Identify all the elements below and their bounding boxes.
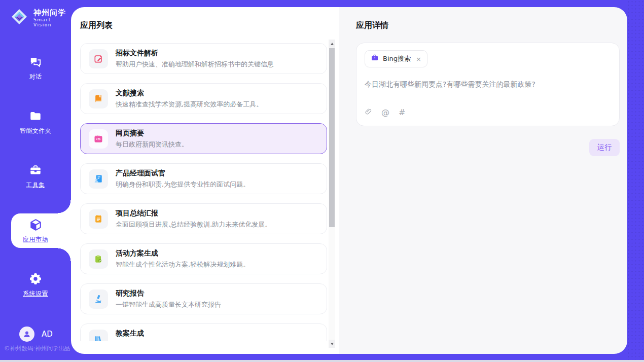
microscope-icon (89, 289, 108, 309)
toolbox-icon (29, 164, 43, 177)
sidebar: 神州问学 Smart Vision 对话 智能文件夹 (0, 0, 71, 360)
hash-icon[interactable]: # (399, 108, 405, 117)
app-name: 教案生成 (116, 329, 238, 338)
app-card-meta: 产品经理面试官 明确身份和职责,为您提供专业性的面试问题。 (116, 169, 249, 189)
app-card-meta: 网页摘要 每日政府新闻资讯快查。 (116, 129, 188, 149)
scroll-up-icon (331, 43, 334, 45)
app-card-bid-parsing[interactable]: 招标文件解析 帮助用户快速、准确地理解和解析招标书中的关键信息 (80, 43, 327, 74)
scroll-up-button[interactable] (329, 40, 335, 48)
bing-search-tag[interactable]: Bing搜索 × (365, 50, 427, 67)
app-name: 活动方案生成 (116, 249, 249, 258)
app-desc: 一键智能生成高质量长文本研究报告 (116, 300, 221, 309)
sidebar-item-label: 应用市场 (23, 235, 48, 244)
book-icon (89, 89, 108, 108)
prompt-input-card[interactable]: Bing搜索 × 今日湖北有哪些新闻要点?有哪些需要关注的最新政策? @ # (356, 43, 620, 126)
app-card-meta: 项目总结汇报 全面回顾项目进展,总结经验教训,助力未来优化发展。 (116, 209, 271, 229)
at-icon[interactable]: @ (381, 108, 389, 117)
user-name: AD (42, 330, 53, 339)
app-name: 文献搜索 (116, 89, 263, 98)
main-content: 应用列表 招标文件解析 帮助用户快速、准确地理解和解析招标书中的关键信息 (71, 7, 627, 354)
app-desc: 帮助用户快速、准确地理解和解析招标书中的关键信息 (116, 60, 274, 69)
app-card-meta: 招标文件解析 帮助用户快速、准确地理解和解析招标书中的关键信息 (116, 49, 274, 69)
sidebar-item-smart-folder[interactable]: 智能文件夹 (0, 107, 71, 137)
window-right-edge (627, 0, 644, 362)
list-scrollbar[interactable] (329, 40, 335, 348)
sidebar-item-settings[interactable]: 系统设置 (0, 270, 71, 300)
app-list-panel: 应用列表 招标文件解析 帮助用户快速、准确地理解和解析招标书中的关键信息 (71, 7, 339, 354)
books-icon (89, 330, 108, 342)
gear-icon (29, 272, 43, 286)
app-card-meta: 文献搜索 快速精准查找学术资源,提高研究效率的必备工具。 (116, 89, 263, 109)
brand-name: 神州问学 (33, 8, 71, 17)
avatar (19, 327, 34, 342)
pen-square-icon (89, 49, 108, 68)
scroll-down-button[interactable] (329, 340, 335, 348)
copyright-text: ©神州数码·神州问学出品 (4, 345, 70, 352)
cube-icon (29, 218, 43, 232)
app-name: 产品经理面试官 (116, 169, 249, 178)
run-row: 运行 (356, 139, 620, 156)
app-desc: 模板驱动,教案秒成,教学准备从此轻松快捷 (116, 340, 238, 342)
brand-logo: 神州问学 Smart Vision (9, 7, 71, 29)
notepad-icon (89, 209, 108, 229)
app-name: 招标文件解析 (116, 49, 274, 58)
sidebar-item-app-market[interactable]: 应用市场 (0, 215, 71, 246)
app-card-meta: 教案生成 模板驱动,教案秒成,教学准备从此轻松快捷 (116, 329, 238, 342)
sidebar-item-toolset[interactable]: 工具集 (0, 161, 71, 192)
app-desc: 全面回顾项目进展,总结经验教训,助力未来优化发展。 (116, 220, 271, 229)
scrollbar-thumb[interactable] (329, 48, 335, 227)
active-tab-curve-top (58, 200, 71, 213)
app-card-meta: 活动方案生成 智能生成个性化活动方案,轻松解决规划难题。 (116, 249, 249, 269)
briefcase-icon (371, 54, 379, 64)
resume-icon (89, 169, 108, 189)
app-card-literature-search[interactable]: 文献搜索 快速精准查找学术资源,提高研究效率的必备工具。 (80, 83, 327, 114)
brand-text: 神州问学 Smart Vision (33, 8, 71, 27)
sidebar-item-label: 对话 (29, 73, 42, 81)
app-card-meta: 研究报告 一键智能生成高质量长文本研究报告 (116, 289, 221, 309)
window-bottom-edge (0, 360, 644, 362)
app-name: 项目总结汇报 (116, 209, 271, 218)
app-name: 网页摘要 (116, 129, 188, 138)
scroll-down-icon (331, 343, 334, 345)
active-tab-curve-bottom (58, 248, 71, 261)
user-account[interactable]: AD (19, 327, 53, 342)
app-card-web-summary[interactable]: 网页摘要 每日政府新闻资讯快查。 (80, 123, 327, 154)
app-detail-panel: 应用详情 Bing搜索 × 今日湖北有哪些新闻要点?有哪些需要关注的最新政策? (339, 7, 627, 354)
brand-subtitle: Smart Vision (33, 17, 71, 27)
input-toolbar: @ # (365, 107, 611, 118)
sidebar-item-label: 智能文件夹 (20, 127, 52, 135)
app-desc: 每日政府新闻资讯快查。 (116, 140, 188, 149)
app-card-event-plan[interactable]: 活动方案生成 智能生成个性化活动方案,轻松解决规划难题。 (80, 243, 327, 274)
app-detail-title: 应用详情 (356, 20, 620, 31)
browser-code-icon (89, 129, 108, 149)
query-text-input[interactable]: 今日湖北有哪些新闻要点?有哪些需要关注的最新政策? (365, 80, 611, 89)
run-button[interactable]: 运行 (589, 139, 620, 156)
paperclip-icon[interactable] (365, 107, 372, 118)
clipboard-check-icon (89, 249, 108, 269)
app-list-title: 应用列表 (80, 20, 339, 31)
app-card-pm-interviewer[interactable]: 产品经理面试官 明确身份和职责,为您提供专业性的面试问题。 (80, 163, 327, 194)
app-desc: 快速精准查找学术资源,提高研究效率的必备工具。 (116, 100, 263, 109)
app-card-research-report[interactable]: 研究报告 一键智能生成高质量长文本研究报告 (80, 283, 327, 314)
sidebar-item-chat[interactable]: 对话 (0, 53, 71, 83)
sidebar-item-label: 系统设置 (23, 289, 48, 298)
tag-label: Bing搜索 (383, 54, 411, 63)
diamond-logo-icon (9, 7, 29, 29)
tag-close-icon[interactable]: × (416, 56, 421, 62)
app-name: 研究报告 (116, 289, 221, 298)
sidebar-item-label: 工具集 (26, 181, 45, 190)
app-card-project-summary[interactable]: 项目总结汇报 全面回顾项目进展,总结经验教训,助力未来优化发展。 (80, 203, 327, 234)
folder-icon (29, 110, 43, 123)
app-list: 招标文件解析 帮助用户快速、准确地理解和解析招标书中的关键信息 文献搜索 快速精… (80, 43, 327, 341)
app-desc: 智能生成个性化活动方案,轻松解决规划难题。 (116, 260, 249, 269)
chat-icon (29, 55, 43, 69)
app-card-lesson-plan[interactable]: 教案生成 模板驱动,教案秒成,教学准备从此轻松快捷 (80, 323, 327, 341)
sidebar-nav: 对话 智能文件夹 工具集 (0, 53, 71, 324)
app-desc: 明确身份和职责,为您提供专业性的面试问题。 (116, 180, 249, 189)
